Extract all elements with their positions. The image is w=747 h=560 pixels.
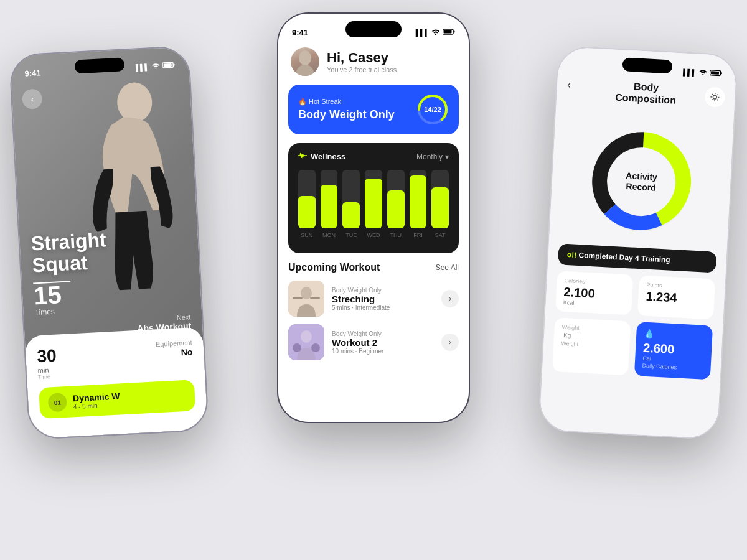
back-button-right[interactable]: ‹ — [567, 78, 571, 91]
greeting-text: Hi, Casey You've 2 free trial class — [327, 50, 397, 73]
achievement-congrats: o!! Completed Day 4 Training — [566, 250, 707, 266]
dynamic-island-right — [622, 57, 672, 73]
bar-item: WED — [365, 170, 382, 238]
svg-rect-7 — [444, 30, 452, 34]
streak-title: Body Weight Only — [298, 108, 395, 121]
water-icon: 💧 — [644, 329, 705, 342]
workout-thumb-1 — [288, 281, 324, 317]
time-block: 30 min Time — [37, 346, 58, 381]
donut-label: Activity Record — [625, 170, 657, 193]
wifi-icon — [151, 62, 161, 70]
svg-rect-3 — [164, 63, 172, 67]
svg-rect-4 — [174, 64, 175, 66]
svg-point-24 — [713, 95, 716, 99]
center-status-time: 9:41 — [292, 28, 308, 37]
chevron-down-icon: ▾ — [445, 152, 449, 161]
svg-rect-22 — [711, 71, 719, 75]
achievement-banner: o!! Completed Day 4 Training — [558, 243, 716, 273]
battery-icon-r — [710, 70, 723, 78]
points-card: Points 1.234 — [637, 275, 715, 319]
bar-day-label: TUE — [345, 232, 357, 238]
avatar — [291, 47, 319, 76]
workout-info-1: Body Weight Only Streching 5 mins · Inte… — [332, 287, 434, 311]
svg-point-20 — [702, 74, 704, 76]
svg-point-5 — [435, 34, 436, 35]
workout-info-2: Body Weight Only Workout 2 10 mins · Beg… — [332, 330, 434, 355]
bar-day-label: FRI — [413, 232, 423, 238]
daily-calories-card: 💧 2.600 Cal Daily Calories — [634, 322, 713, 380]
svg-rect-8 — [454, 31, 455, 33]
next-workout-info: Dynamic W 4 - 5 min — [73, 391, 121, 410]
streak-left: 🔥 Hot Streak! Body Weight Only — [298, 98, 395, 121]
see-all-button[interactable]: See All — [436, 263, 459, 272]
workout-bottom-card: 30 min Time Equipement No 01 Dynamic W 4… — [25, 327, 208, 439]
left-status-time: 9:41 — [24, 68, 41, 78]
wellness-header: Wellness Monthly ▾ — [298, 152, 449, 161]
profile-section: Hi, Casey You've 2 free trial class — [278, 41, 469, 85]
bottom-stats: o!! Completed Day 4 Training Calories 2.… — [539, 243, 726, 439]
time-equipment-row: 30 min Time Equipement No — [37, 338, 194, 380]
svg-point-9 — [299, 50, 311, 65]
workout-item-1[interactable]: Body Weight Only Streching 5 mins · Inte… — [288, 281, 459, 317]
pulse-icon — [298, 152, 307, 161]
equipment-block: Equipement No — [156, 338, 193, 359]
workout-arrow-2[interactable]: › — [441, 334, 459, 351]
weight-card: Weight Kg Weight — [552, 317, 631, 375]
svg-point-17 — [301, 330, 312, 343]
bar-item: TUE — [342, 170, 360, 238]
bar-item: SAT — [431, 170, 449, 238]
svg-point-19 — [311, 343, 320, 352]
svg-point-13 — [301, 287, 312, 299]
next-workout-card[interactable]: 01 Dynamic W 4 - 5 min — [39, 380, 195, 419]
workout-arrow-1[interactable]: › — [441, 290, 459, 307]
signal-icon-r: ▌▌▌ — [683, 68, 697, 76]
signal-icon: ▌▌▌ — [136, 63, 149, 71]
wellness-title: Wellness — [298, 152, 345, 161]
left-status-icons: ▌▌▌ — [136, 62, 176, 71]
workout-reps: 15 Times — [33, 282, 62, 317]
bar-day-label: SAT — [435, 232, 446, 238]
phone-center: 9:41 ▌▌▌ — [277, 12, 470, 423]
center-status-icons: ▌▌▌ — [416, 29, 455, 36]
phone-left: 9:41 ▌▌▌ ‹ Straight Squat 15 Times Next … — [9, 45, 209, 440]
stats-row-1: Calories 2.100 Kcal Points 1.234 — [555, 271, 715, 319]
svg-point-0 — [116, 82, 153, 123]
bar-day-label: THU — [390, 232, 402, 238]
streak-label: 🔥 Hot Streak! — [298, 98, 395, 106]
signal-icon-c: ▌▌▌ — [416, 29, 429, 36]
bar-item: SUN — [298, 170, 316, 238]
stats-row-2: Weight Kg Weight 💧 2.600 Cal Daily Calor… — [552, 317, 713, 380]
right-status-spacer — [572, 66, 591, 67]
battery-icon-c — [443, 29, 455, 36]
upcoming-header: Upcoming Workout See All — [288, 262, 459, 273]
upcoming-title: Upcoming Workout — [288, 262, 380, 273]
bar-day-label: WED — [367, 232, 380, 238]
battery-icon — [162, 62, 176, 70]
right-phone-screen: ▌▌▌ ‹ Body Composition — [539, 47, 737, 439]
upcoming-section: Upcoming Workout See All Body Weight Onl… — [278, 262, 469, 360]
center-phone-screen: 9:41 ▌▌▌ — [278, 14, 469, 422]
workout-thumb-2 — [288, 324, 324, 360]
svg-rect-23 — [721, 72, 722, 74]
bar-item: MON — [321, 170, 338, 238]
bar-day-label: MON — [322, 232, 336, 238]
bar-day-label: SUN — [301, 232, 312, 238]
right-status-icons: ▌▌▌ — [683, 68, 723, 77]
wellness-section: Wellness Monthly ▾ SUNMONTUEWEDTHUFRISAT — [288, 143, 459, 253]
wellness-filter[interactable]: Monthly ▾ — [416, 152, 449, 161]
wifi-icon-r — [698, 69, 708, 77]
wellness-bars: SUNMONTUEWEDTHUFRISAT — [298, 170, 449, 238]
svg-point-18 — [293, 343, 301, 352]
workout-item-2[interactable]: Body Weight Only Workout 2 10 mins · Beg… — [288, 324, 459, 360]
svg-point-1 — [155, 67, 157, 69]
bar-item: THU — [387, 170, 405, 238]
left-phone-screen: 9:41 ▌▌▌ ‹ Straight Squat 15 Times Next … — [10, 47, 208, 439]
avatar-image — [291, 47, 319, 76]
donut-chart: Activity Record — [576, 116, 707, 247]
hot-streak-card[interactable]: 🔥 Hot Streak! Body Weight Only 14/22 — [288, 85, 459, 134]
calories-card: Calories 2.100 Kcal — [555, 271, 633, 315]
dynamic-island-center — [345, 21, 402, 37]
next-workout-number: 01 — [48, 393, 68, 413]
workout-title: Straight Squat — [31, 229, 108, 277]
phone-right: ▌▌▌ ‹ Body Composition — [538, 45, 738, 440]
